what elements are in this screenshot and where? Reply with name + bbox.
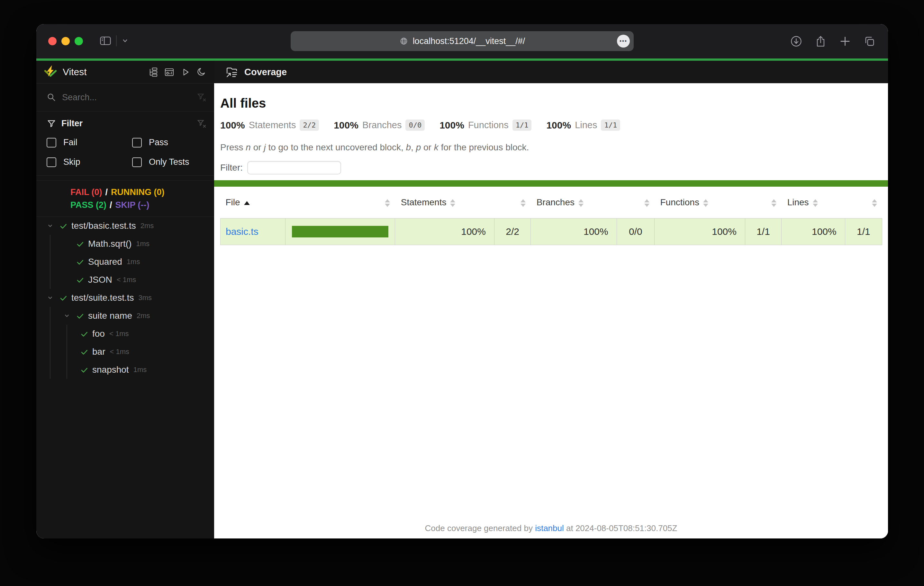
checkbox-label: Pass — [149, 138, 168, 148]
column-header-file[interactable]: File — [221, 187, 285, 219]
stat-fraction-badge: 2/2 — [300, 120, 319, 131]
keyboard-hint: Press n or j to go to the next uncovered… — [220, 142, 888, 153]
stat-fraction-badge: 1/1 — [513, 120, 532, 131]
checkbox-label: Skip — [63, 157, 80, 167]
functions-frac-cell: 1/1 — [745, 219, 781, 245]
sort-icon — [520, 199, 526, 207]
column-header-lines[interactable]: Lines — [782, 187, 845, 219]
expand-chevron-icon[interactable] — [63, 312, 71, 320]
column-header-functions-fraction[interactable] — [745, 187, 781, 219]
globe-icon — [399, 37, 408, 46]
test-duration: 2ms — [140, 222, 154, 230]
coverage-bar-cell — [285, 219, 395, 245]
column-header-statements[interactable]: Statements — [395, 187, 495, 219]
tree-item-suite-test[interactable]: test/suite.test.ts 3ms — [36, 289, 214, 307]
sort-icon — [703, 199, 708, 207]
ellipsis-icon[interactable]: ••• — [617, 35, 630, 48]
address-bar[interactable]: localhost:51204/__vitest__/#/ ••• — [290, 31, 634, 51]
coverage-bar-fill — [292, 226, 389, 237]
check-icon — [76, 240, 84, 249]
toolbar-divider — [116, 35, 117, 46]
coverage-header: Coverage — [214, 61, 888, 83]
tree-item-math-sqrt[interactable]: Math.sqrt() 1ms — [36, 235, 214, 253]
tree-item-bar[interactable]: bar < 1ms — [36, 343, 214, 361]
chevron-down-icon[interactable] — [121, 37, 129, 44]
coverage-panel: Coverage All files 100% Statements 2/2 1… — [214, 61, 888, 538]
run-icon[interactable] — [180, 67, 190, 77]
skip-checkbox[interactable] — [46, 157, 56, 167]
fail-checkbox[interactable] — [46, 138, 56, 148]
file-link[interactable]: basic.ts — [226, 226, 259, 237]
check-icon — [80, 330, 88, 338]
only-tests-checkbox[interactable] — [132, 157, 142, 167]
separator: / — [110, 200, 112, 210]
dark-mode-icon[interactable] — [196, 67, 206, 77]
branches-frac-cell: 0/0 — [617, 219, 654, 245]
branches-pct-cell: 100% — [531, 219, 617, 245]
sidebar-search — [36, 84, 214, 112]
column-header-statements-fraction[interactable] — [494, 187, 530, 219]
minimize-traffic-icon[interactable] — [61, 37, 70, 45]
statements-frac-cell: 2/2 — [494, 219, 530, 245]
test-name: Math.sqrt() — [88, 239, 132, 249]
vitest-sidebar: Vitest — [36, 61, 214, 538]
stat-label: Functions — [468, 120, 508, 130]
download-icon[interactable] — [790, 35, 802, 47]
check-icon — [59, 222, 68, 230]
list-tree-icon[interactable] — [148, 67, 158, 77]
column-header-functions[interactable]: Functions — [655, 187, 745, 219]
istanbul-link[interactable]: istanbul — [535, 523, 564, 533]
coverage-footer: Code coverage generated by istanbul at 2… — [214, 523, 888, 533]
tree-item-squared[interactable]: Squared 1ms — [36, 253, 214, 271]
browser-window: localhost:51204/__vitest__/#/ ••• — [36, 24, 888, 538]
test-duration: < 1ms — [110, 347, 129, 356]
filter-title: Filter — [61, 119, 82, 128]
filter-panel: Filter Fail — [36, 112, 214, 176]
pass-checkbox[interactable] — [132, 138, 142, 148]
url-text: localhost:51204/__vitest__/#/ — [413, 36, 525, 46]
tree-item-foo[interactable]: foo < 1ms — [36, 325, 214, 343]
filter-option-fail[interactable]: Fail — [46, 138, 132, 148]
tree-guide — [50, 235, 51, 289]
clear-filter-icon[interactable] — [197, 92, 206, 102]
test-name: bar — [92, 347, 105, 357]
sidebar-toggle-icon[interactable] — [99, 35, 112, 47]
filter-option-skip[interactable]: Skip — [46, 157, 132, 167]
stat-label: Lines — [575, 120, 597, 130]
test-duration: < 1ms — [109, 330, 129, 338]
stat-statements: 100% Statements 2/2 — [220, 120, 319, 131]
dashboard-icon[interactable] — [164, 67, 174, 77]
tab-overview-icon[interactable] — [863, 35, 875, 47]
filter-option-pass[interactable]: Pass — [132, 138, 206, 148]
coverage-filter-input[interactable] — [247, 161, 341, 174]
clear-filter-icon[interactable] — [197, 119, 206, 128]
test-duration: 3ms — [139, 294, 152, 302]
expand-chevron-icon[interactable] — [46, 222, 54, 230]
column-header-branches[interactable]: Branches — [531, 187, 617, 219]
close-traffic-icon[interactable] — [48, 37, 56, 45]
tree-item-json[interactable]: JSON < 1ms — [36, 271, 214, 289]
fail-count: FAIL (0) — [70, 187, 102, 197]
zoom-traffic-icon[interactable] — [74, 37, 83, 45]
sort-icon — [385, 199, 390, 207]
test-name: suite name — [88, 311, 132, 321]
tree-item-snapshot[interactable]: snapshot 1ms — [36, 361, 214, 379]
test-duration: 2ms — [137, 312, 150, 320]
checkbox-label: Fail — [63, 138, 78, 148]
column-header-lines-fraction[interactable] — [845, 187, 882, 219]
column-header-branches-fraction[interactable] — [617, 187, 654, 219]
share-icon[interactable] — [815, 35, 827, 47]
browser-toolbar: localhost:51204/__vitest__/#/ ••• — [36, 24, 888, 58]
tree-item-suite-name[interactable]: suite name 2ms — [36, 307, 214, 325]
filter-option-only-tests[interactable]: Only Tests — [132, 157, 206, 167]
tree-item-basic-test[interactable]: test/basic.test.ts 2ms — [36, 217, 214, 235]
test-name: foo — [92, 329, 105, 339]
search-input[interactable] — [61, 92, 191, 103]
checkbox-label: Only Tests — [149, 157, 189, 167]
stat-percent: 100% — [334, 120, 358, 131]
column-header-bar[interactable] — [285, 187, 395, 219]
expand-chevron-icon[interactable] — [46, 294, 54, 302]
test-duration: < 1ms — [117, 276, 136, 284]
test-tree: test/basic.test.ts 2ms Math.sqrt() 1ms S… — [36, 217, 214, 379]
new-tab-icon[interactable] — [839, 35, 851, 47]
